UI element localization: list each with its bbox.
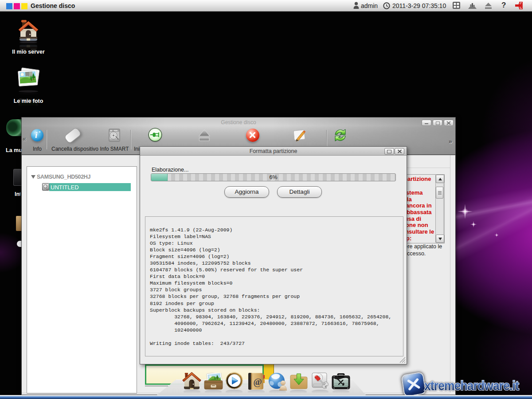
svg-text:@: @ bbox=[253, 376, 262, 387]
svg-text:xtremehardware.it: xtremehardware.it bbox=[424, 378, 519, 393]
